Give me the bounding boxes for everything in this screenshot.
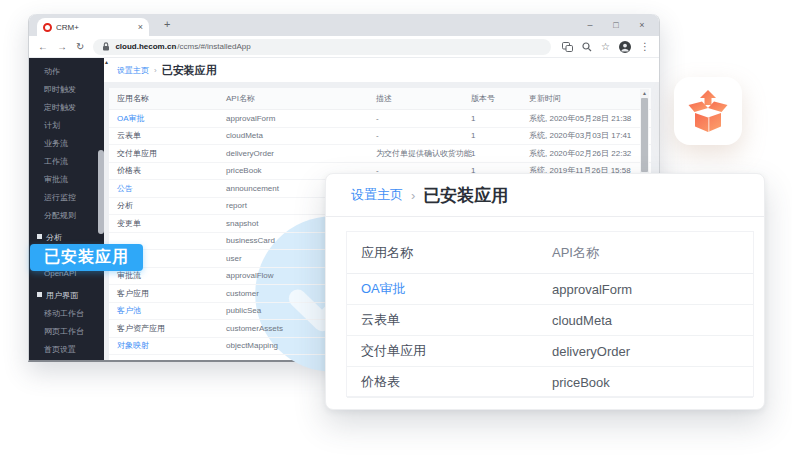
sidebar-item-label: 定时触发: [44, 103, 76, 112]
zoom-breadcrumb: 设置主页 › 已安装应用: [326, 174, 764, 217]
sidebar-item-label: 网页工作台: [44, 327, 84, 336]
col-header-api-name: API名称: [226, 93, 376, 104]
sidebar-item[interactable]: 定时触发: [29, 99, 104, 117]
zoom-table-row[interactable]: 云表单 cloudMeta: [347, 305, 753, 336]
sidebar-item-label: 即时触发: [44, 85, 76, 94]
zoom-table-row[interactable]: 交付单应用 deliveryOrder: [347, 336, 753, 367]
zoom-app-name-cell[interactable]: 交付单应用: [347, 342, 552, 360]
version-cell: 1: [471, 131, 529, 140]
url-host: cloud.hecom.cn: [115, 42, 176, 51]
breadcrumb-parent-link[interactable]: 设置主页: [117, 65, 149, 76]
zoomed-detail-panel: 设置主页 › 已安装应用 应用名称 API名称 OA审批 approvalFor…: [325, 173, 765, 410]
app-name-cell[interactable]: 公告: [109, 183, 226, 194]
sidebar-item[interactable]: 网页工作台: [29, 323, 104, 341]
api-name-cell: cloudMeta: [226, 131, 376, 140]
app-name-cell[interactable]: 价格表: [109, 165, 226, 176]
maximize-button[interactable]: □: [603, 14, 629, 36]
zoom-table-body: OA审批 approvalForm 云表单 cloudMeta 交付单应用 de…: [347, 274, 753, 398]
window-controls: – □ ×: [577, 14, 655, 36]
sidebar-item[interactable]: 计划: [29, 117, 104, 135]
scrollbar-up-icon[interactable]: ▲: [640, 89, 649, 97]
app-name-cell[interactable]: 客户应用: [109, 288, 226, 299]
app-name-cell[interactable]: 交付单应用: [109, 148, 226, 159]
zoom-api-name-cell: priceBook: [552, 375, 610, 390]
zoom-breadcrumb-parent-link[interactable]: 设置主页: [351, 186, 403, 204]
reload-icon[interactable]: ↻: [76, 42, 84, 52]
sidebar-item-label: 业务流: [44, 139, 68, 148]
sidebar-item-label: 分配规则: [44, 211, 76, 220]
app-name-cell[interactable]: 客户池: [109, 305, 226, 316]
zoom-api-name-cell: approvalForm: [552, 282, 632, 297]
zoom-table-row[interactable]: OA审批 approvalForm: [347, 274, 753, 305]
updated-cell: 系统, 2020年02月26日 22:32: [529, 148, 651, 159]
sidebar-item[interactable]: 用户界面: [29, 287, 104, 305]
col-header-app-name: 应用名称: [109, 93, 226, 104]
sidebar-item-label: 动作: [44, 67, 60, 76]
zoom-app-name-cell[interactable]: 价格表: [347, 373, 552, 391]
app-name-cell[interactable]: 客户资产应用: [109, 323, 226, 334]
app-name-cell[interactable]: 变更单: [109, 218, 226, 229]
col-header-version: 版本号: [471, 93, 529, 104]
sidebar-item[interactable]: 首页设置: [29, 341, 104, 359]
zoom-app-name-cell[interactable]: OA审批: [347, 280, 552, 298]
app-name-cell[interactable]: 对象映射: [109, 340, 226, 351]
table-row[interactable]: OA审批 approvalForm - 1 系统, 2020年05月28日 21…: [109, 110, 651, 128]
zoom-api-name-cell: deliveryOrder: [552, 344, 630, 359]
api-name-cell: approvalForm: [226, 114, 376, 123]
back-icon[interactable]: ←: [38, 42, 48, 52]
sidebar-item-label: 审批流: [44, 175, 68, 184]
lock-icon: [102, 42, 110, 51]
tab-close-icon[interactable]: ×: [138, 23, 143, 32]
forward-icon[interactable]: →: [57, 42, 67, 52]
profile-avatar-icon[interactable]: [619, 41, 631, 53]
table-row[interactable]: 交付单应用 deliveryOrder 为交付单提供确认收货功能 1 系统, 2…: [109, 145, 651, 163]
sidebar-item[interactable]: 分配规则: [29, 207, 104, 225]
sidebar-item-label: 分析: [46, 233, 62, 242]
zoom-app-name-cell[interactable]: 云表单: [347, 311, 552, 329]
breadcrumb: 设置主页 › 已安装应用: [104, 58, 659, 82]
app-name-cell[interactable]: 分析: [109, 200, 226, 211]
app-name-cell[interactable]: OA审批: [109, 113, 226, 124]
sidebar-item[interactable]: 运行监控: [29, 189, 104, 207]
sidebar-item[interactable]: 移动工作台: [29, 305, 104, 323]
sidebar-item-label: 运行监控: [44, 193, 76, 202]
sidebar-item-label: 首页设置: [44, 345, 76, 354]
updated-cell: 系统, 2020年03月03日 17:41: [529, 130, 651, 141]
zoom-search-icon[interactable]: [582, 42, 592, 52]
browser-tab[interactable]: CRM+ ×: [37, 18, 149, 36]
settings-sidebar: 动作 即时触发 定时触发 计划 业务流: [29, 58, 104, 360]
table-scrollbar-thumb[interactable]: [641, 98, 648, 172]
new-tab-button[interactable]: +: [157, 14, 177, 36]
table-row[interactable]: 云表单 cloudMeta - 1 系统, 2020年03月03日 17:41: [109, 128, 651, 146]
app-name-cell[interactable]: 云表单: [109, 130, 226, 141]
sidebar-item-label: 计划: [44, 121, 60, 130]
sidebar-item[interactable]: 动作: [29, 63, 104, 81]
unbox-install-icon: [685, 88, 731, 134]
translate-icon[interactable]: [562, 42, 573, 52]
toolbar-right-icons: ☆ ⋮: [562, 41, 650, 53]
sidebar-item[interactable]: 工作流: [29, 153, 104, 171]
url-path: /ccms/#/installedApp: [177, 42, 250, 51]
sidebar-item[interactable]: 审批流: [29, 171, 104, 189]
zoom-col-header-app-name: 应用名称: [347, 244, 552, 262]
zoom-table-row[interactable]: 价格表 priceBook: [347, 367, 753, 398]
address-bar[interactable]: cloud.hecom.cn /ccms/#/installedApp: [93, 39, 551, 55]
scroll-up-arrow-icon[interactable]: ▲: [104, 59, 109, 65]
window-close-button[interactable]: ×: [629, 14, 655, 36]
installed-apps-callout-label: 已安装应用: [30, 244, 143, 271]
browser-menu-icon[interactable]: ⋮: [640, 42, 650, 52]
zoom-col-header-api-name: API名称: [552, 244, 599, 262]
sidebar-item[interactable]: 业务流: [29, 135, 104, 153]
bookmark-star-icon[interactable]: ☆: [601, 42, 610, 52]
browser-tabstrip: CRM+ × + – □ ×: [29, 14, 659, 36]
col-header-updated: 更新时间: [529, 93, 651, 104]
minimize-button[interactable]: –: [577, 14, 603, 36]
version-cell: 1: [471, 114, 529, 123]
col-header-description: 描述: [376, 93, 471, 104]
section-square-icon: [37, 292, 42, 297]
app-name-cell[interactable]: 审批流: [109, 270, 226, 281]
version-cell: 1: [471, 149, 529, 158]
description-cell: -: [376, 114, 471, 123]
site-favicon-icon: [43, 23, 52, 32]
sidebar-item[interactable]: 即时触发: [29, 81, 104, 99]
